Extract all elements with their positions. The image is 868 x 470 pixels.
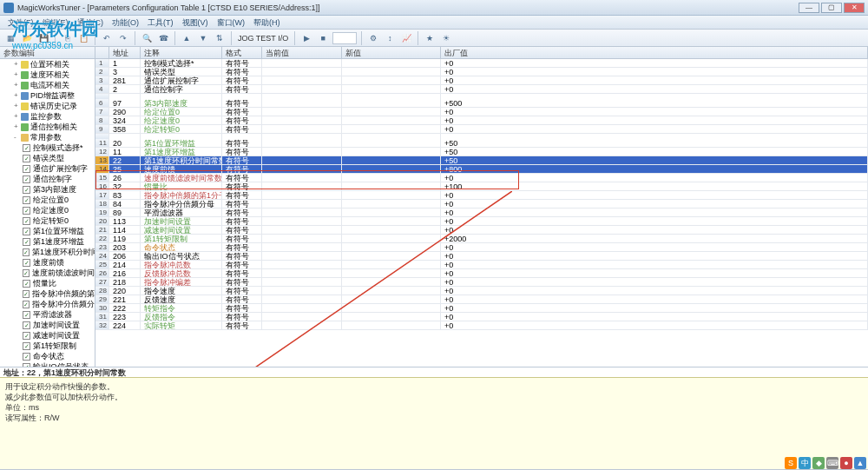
- tree-param[interactable]: ✓输出IO信号状态: [0, 361, 95, 367]
- table-row[interactable]: 1632惯量比有符号+100: [95, 182, 868, 191]
- tree-param[interactable]: ✓给定速度0: [0, 205, 95, 215]
- tree-param[interactable]: ✓第3内部速度: [0, 184, 95, 195]
- tree-param[interactable]: ✓给定位置0: [0, 195, 95, 205]
- tb-paste-icon[interactable]: 📋: [76, 31, 90, 45]
- table-row[interactable]: 25214指令脉冲总数有符号+0: [95, 261, 868, 269]
- tree-group[interactable]: +监控参数: [0, 111, 95, 122]
- close-button[interactable]: ✕: [844, 3, 865, 13]
- table-row[interactable]: 1120第1位置环增益有符号+50: [95, 139, 868, 148]
- table-row[interactable]: 27218指令脉冲编差有符号+0: [95, 278, 868, 287]
- maximize-button[interactable]: ▢: [821, 3, 842, 13]
- table-row[interactable]: 697第3内部速度有符号+500: [95, 99, 868, 108]
- menu-edit[interactable]: 编辑(E): [38, 16, 73, 29]
- tb-save-icon[interactable]: 💾: [36, 31, 50, 45]
- tree-group[interactable]: +PID增益调整: [0, 90, 95, 101]
- tree-param[interactable]: ✓速度前馈滤波时间...: [0, 268, 95, 278]
- tb-stop-icon[interactable]: ■: [316, 31, 330, 45]
- table-row[interactable]: 1425速度前馈有符号+800: [95, 165, 868, 174]
- menu-comm[interactable]: 通信(C): [73, 16, 108, 29]
- table-row[interactable]: 31223反馈指令有符号+0: [95, 313, 868, 321]
- tree-param[interactable]: ✓通信控制字: [0, 174, 95, 184]
- tb-undo-icon[interactable]: ↶: [100, 31, 114, 45]
- col-fac[interactable]: 出厂值: [441, 47, 868, 58]
- tb-tune-icon[interactable]: ↕: [383, 31, 397, 45]
- tree-param[interactable]: ✓第1速度环积分时间...: [0, 247, 95, 257]
- table-row[interactable]: 1989平滑滤波器有符号+0: [95, 209, 868, 217]
- tree-param[interactable]: ✓加速时间设置: [0, 320, 95, 330]
- menu-help[interactable]: 帮助(H): [249, 16, 285, 29]
- tree-param[interactable]: ✓第1转矩限制: [0, 341, 95, 351]
- tree-param[interactable]: ✓给定转矩0: [0, 215, 95, 226]
- col-cur[interactable]: 当前值: [262, 47, 342, 58]
- tree-param[interactable]: ✓第1速度环增益: [0, 236, 95, 247]
- tb-copy-icon[interactable]: ⎘: [60, 31, 74, 45]
- table-row[interactable]: 1322第1速度环积分时间常数有符号+50: [95, 156, 868, 165]
- menu-func[interactable]: 功能(O): [108, 16, 143, 29]
- table-row[interactable]: 22119第1转矩限制有符号+2000: [95, 235, 868, 243]
- table-row[interactable]: 23错误类型有符号+0: [95, 68, 868, 76]
- tb-open-icon[interactable]: 📂: [20, 31, 34, 45]
- table-row[interactable]: 11控制模式选择*有符号+0: [95, 59, 868, 68]
- tray-icon[interactable]: ◆: [812, 457, 825, 469]
- tree-group[interactable]: +通信控制相关: [0, 122, 95, 132]
- tree-param[interactable]: ✓惯量比: [0, 278, 95, 288]
- menu-file[interactable]: 文件(F): [3, 16, 38, 29]
- tray-icon[interactable]: ▲: [854, 457, 866, 469]
- table-row[interactable]: 23203命令状态有符号+0: [95, 243, 868, 252]
- tb-upload-icon[interactable]: ▲: [180, 31, 194, 45]
- tb-sun-icon[interactable]: ☀: [439, 31, 453, 45]
- table-row[interactable]: 29221反馈速度有符号+0: [95, 295, 868, 304]
- tree-param[interactable]: ✓错误类型: [0, 153, 95, 163]
- table-row[interactable]: 20113加速时间设置有符号+0: [95, 217, 868, 226]
- tree-param[interactable]: ✓平滑滤波器: [0, 309, 95, 320]
- table-row[interactable]: 3281通信扩展控制字有符号+0: [95, 76, 868, 85]
- tree-group[interactable]: +速度环相关: [0, 70, 95, 80]
- tb-redo-icon[interactable]: ↷: [116, 31, 130, 45]
- tree-param[interactable]: ✓第1位置环增益: [0, 226, 95, 236]
- table-row[interactable]: 1526速度前馈滤波时间常数有符号+0: [95, 174, 868, 182]
- tb-compare-icon[interactable]: ⇅: [213, 31, 227, 45]
- tree-param[interactable]: ✓指令脉冲分倍频分母: [0, 299, 95, 309]
- table-row[interactable]: 30222转矩指令有符号+0: [95, 304, 868, 313]
- col-note[interactable]: 注释: [141, 47, 222, 58]
- tree-param[interactable]: ✓指令脉冲倍频的第1...: [0, 288, 95, 299]
- menu-tool[interactable]: 工具(T): [143, 16, 178, 29]
- col-fmt[interactable]: 格式: [222, 47, 262, 58]
- tb-star-icon[interactable]: ★: [423, 31, 437, 45]
- table-row[interactable]: 1884指令脉冲分倍频分母有符号+0: [95, 200, 868, 209]
- tray-icon[interactable]: 中: [799, 457, 811, 469]
- tree-param[interactable]: ✓通信扩展控制字: [0, 163, 95, 174]
- tb-config-icon[interactable]: ⚙: [366, 31, 380, 45]
- table-row[interactable]: 32224实际转矩有符号+0: [95, 321, 868, 330]
- tree-group[interactable]: +错误历史记录: [0, 101, 95, 111]
- table-row[interactable]: 8324给定速度0有符号+0: [95, 116, 868, 125]
- tb-comm-icon[interactable]: ☎: [156, 31, 170, 45]
- tb-chart-icon[interactable]: 📈: [399, 31, 413, 45]
- col-addr[interactable]: 地址: [109, 47, 141, 58]
- menu-window[interactable]: 窗口(W): [213, 16, 250, 29]
- table-row[interactable]: 9358给定转矩0有符号+0: [95, 125, 868, 134]
- minimize-button[interactable]: —: [799, 3, 819, 13]
- menu-view[interactable]: 视图(V): [178, 16, 213, 29]
- tb-new-icon[interactable]: ▦: [3, 31, 17, 45]
- table-row[interactable]: 7290给定位置0有符号+0: [95, 108, 868, 116]
- tree-group[interactable]: +电流环相关: [0, 80, 95, 90]
- tb-value-input[interactable]: [332, 32, 357, 44]
- table-row[interactable]: 24206输出IO信号状态有符号+0: [95, 252, 868, 261]
- col-new[interactable]: 新值: [342, 47, 441, 58]
- table-row[interactable]: 21114减速时间设置有符号+0: [95, 226, 868, 235]
- tray-icon[interactable]: ⌨: [826, 457, 838, 469]
- tb-play-icon[interactable]: ▶: [299, 31, 313, 45]
- table-row[interactable]: 42通信控制字有符号+0: [95, 85, 868, 94]
- tray-icon[interactable]: ●: [840, 457, 852, 469]
- tree-group[interactable]: -常用参数: [0, 132, 95, 142]
- tb-download-icon[interactable]: ▼: [196, 31, 210, 45]
- tree-param[interactable]: ✓减速时间设置: [0, 330, 95, 341]
- tree-param[interactable]: ✓命令状态: [0, 351, 95, 361]
- tree-group[interactable]: +位置环相关: [0, 59, 95, 70]
- tree-param[interactable]: ✓速度前馈: [0, 257, 95, 268]
- tb-search-icon[interactable]: 🔍: [140, 31, 154, 45]
- table-row[interactable]: 28220指令速度有符号+0: [95, 287, 868, 295]
- tray-icon[interactable]: S: [785, 457, 797, 469]
- table-row[interactable]: 1783指令脉冲倍频的第1分子有符号+0: [95, 191, 868, 200]
